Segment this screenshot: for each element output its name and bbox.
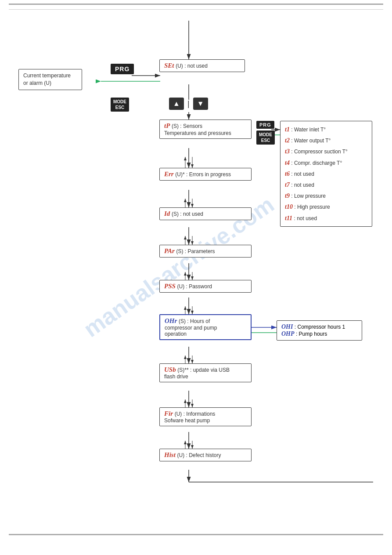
current-temp-line1: Current temperature <box>23 73 71 79</box>
set-desc: (U) : not used <box>176 63 208 69</box>
fir-desc-1: (U) : Informations <box>175 411 216 417</box>
top-line <box>9 4 383 5</box>
fir-code: Fir <box>164 410 173 417</box>
prg-button-tp[interactable]: PRG <box>256 121 274 129</box>
sensor-code-t7: t7 <box>285 181 290 188</box>
sensor-desc-t2: : Water output T° <box>291 138 331 144</box>
sensor-row-t7: t7 : not used <box>285 179 367 190</box>
current-temp-box: Current temperature or alarm (U) <box>18 69 82 90</box>
sensor-desc-t1: : Water inlet T° <box>291 127 326 133</box>
sensor-code-t2: t2 <box>285 137 290 144</box>
sensor-code-t3: t3 <box>285 148 290 155</box>
mode-esc-button-tp[interactable]: MODE ESC <box>256 131 275 145</box>
sensor-desc-t4: : Compr. discharge T° <box>291 160 342 166</box>
ohr-desc-3: operation <box>165 331 246 337</box>
sensor-row-t1: t1 : Water inlet T° <box>285 124 367 135</box>
sensor-desc-t6: : not used <box>291 171 314 177</box>
pss-box: PSS (U) : Password <box>159 280 252 293</box>
set-code: SEt <box>164 62 174 69</box>
hist-code: Hist <box>164 451 176 458</box>
hist-box: Hist (U) : Defect history <box>159 449 252 461</box>
nav-separator: | <box>187 99 191 109</box>
usb-box: USb (S)** : update via USB flash drive <box>159 363 252 382</box>
sensor-row-t6: t6 : not used <box>285 168 367 179</box>
hours-code-ohi: OHI <box>281 323 293 330</box>
hours-detail-box: OHI : Compressor hours 1 OHP : Pump hour… <box>277 320 362 341</box>
sensor-code-t1: t1 <box>285 126 290 133</box>
nav-down-button[interactable]: ▼ <box>193 98 208 110</box>
pss-code: PSS <box>164 283 176 290</box>
set-box: SEt (U) : not used <box>159 59 245 72</box>
id-box: Id (S) : not used <box>159 207 252 220</box>
usb-desc-1: (S)** : update via USB <box>177 367 230 373</box>
sensor-row-t4: t4 : Compr. discharge T° <box>285 157 367 168</box>
sensor-row-t9: t9 : Low pressure <box>285 190 367 201</box>
hours-code-ohp: OHP <box>281 330 295 337</box>
err-code: Err <box>164 170 174 178</box>
sensor-code-t10: t10 <box>285 203 293 210</box>
tp-code: tP <box>164 122 170 129</box>
par-desc: (S) : Parameters <box>176 248 215 254</box>
nav-up-button[interactable]: ▲ <box>169 98 184 110</box>
id-desc: (S) : not used <box>172 211 203 217</box>
sensor-code-t11: t11 <box>285 215 292 221</box>
prg-button-top[interactable]: PRG <box>111 64 134 74</box>
sensor-row-t3: t3 : Compressor suction T° <box>285 146 367 157</box>
par-box: PAr (S) : Parameters <box>159 245 252 258</box>
mode-esc-button-top[interactable]: MODE ESC <box>111 98 129 112</box>
sensor-row-t10: t10 : High pressure <box>285 201 367 212</box>
hours-row-ohi: OHI : Compressor hours 1 <box>281 323 357 330</box>
sensor-desc-t7: : not used <box>291 182 314 188</box>
tp-box: tP (S) : SensorsTemperatures and pressur… <box>159 120 252 139</box>
usb-desc-2: flash drive <box>164 374 247 380</box>
fir-box: Fir (U) : Informations Sofware heat pump <box>159 407 252 426</box>
ohr-desc-1: (S) : Hours of <box>179 318 210 324</box>
sensor-row-t11: t11 : not used <box>285 213 367 224</box>
err-desc: (U)* : Errors in progress <box>175 171 231 178</box>
tp-desc: (S) : SensorsTemperatures and pressures <box>164 123 231 136</box>
sensor-code-t6: t6 <box>285 170 290 177</box>
sensor-code-t4: t4 <box>285 160 290 166</box>
hours-desc-ohp: : Pump hours <box>296 331 327 337</box>
sensor-row-t2: t2 : Water output T° <box>285 135 367 146</box>
second-line <box>9 9 383 10</box>
ohr-desc-2: compressor and pump <box>165 325 246 331</box>
sensor-desc-t10: : High pressure <box>294 204 330 210</box>
sensor-desc-t9: : Low pressure <box>291 193 326 199</box>
diagram-area: manualsarchive.com <box>0 12 392 530</box>
sensor-desc-t3: : Compressor suction T° <box>291 149 348 155</box>
hist-desc: (U) : Defect history <box>177 452 221 458</box>
fir-desc-2: Sofware heat pump <box>164 417 247 424</box>
par-code: PAr <box>164 247 175 254</box>
hours-desc-ohi: : Compressor hours 1 <box>295 324 345 330</box>
ohr-box: OHr (S) : Hours of compressor and pump o… <box>159 314 252 340</box>
current-temp-line2: or alarm (U) <box>23 80 51 86</box>
sensor-desc-t11: : not used <box>294 215 317 221</box>
id-code: Id <box>164 210 170 217</box>
err-box: Err (U)* : Errors in progress <box>159 168 252 181</box>
nav-arrows: ▲ | ▼ <box>169 98 208 110</box>
ohr-code: OHr <box>165 317 177 324</box>
bottom-line <box>9 534 383 535</box>
usb-code: USb <box>164 366 176 373</box>
hours-row-ohp: OHP : Pump hours <box>281 330 357 337</box>
sensor-code-t9: t9 <box>285 192 290 199</box>
sensor-detail-box: t1 : Water inlet T° t2 : Water output T°… <box>280 121 372 227</box>
pss-desc: (U) : Password <box>177 283 212 290</box>
